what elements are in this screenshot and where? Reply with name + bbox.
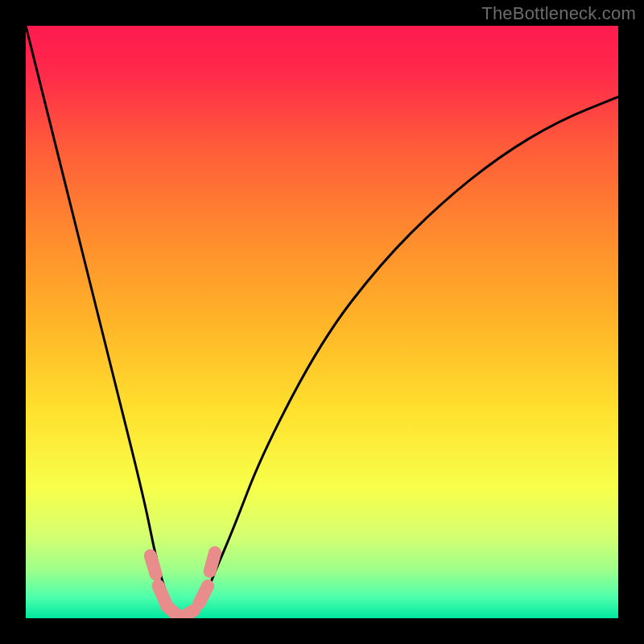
- marker: [177, 610, 194, 618]
- marker: [151, 555, 156, 574]
- watermark-text: TheBottleneck.com: [481, 3, 636, 24]
- chart-frame: TheBottleneck.com: [0, 0, 644, 644]
- marker: [210, 553, 215, 572]
- gradient-background: [26, 26, 618, 618]
- marker: [199, 586, 208, 603]
- plot-area: [26, 26, 618, 618]
- bottleneck-chart: [26, 26, 618, 618]
